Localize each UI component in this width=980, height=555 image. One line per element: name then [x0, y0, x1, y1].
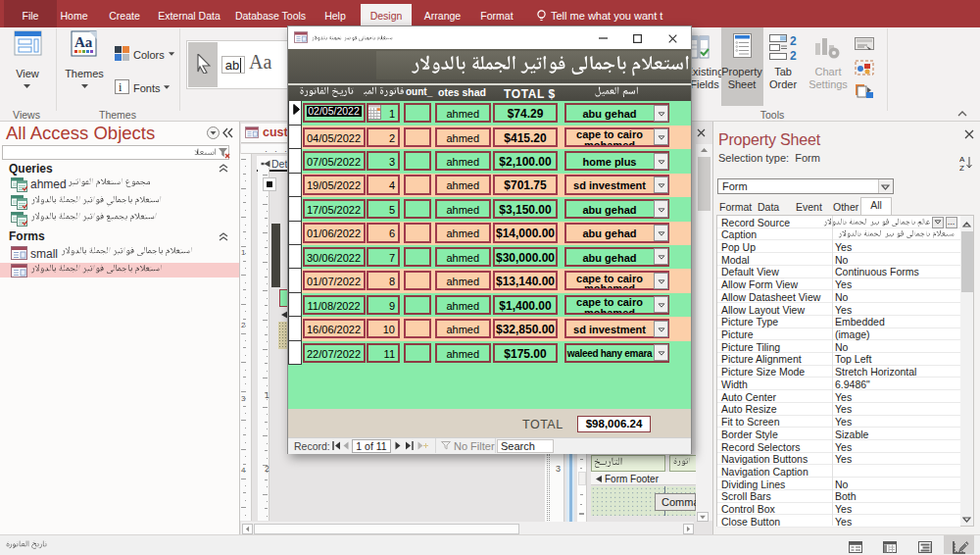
- svg-text:2: 2: [790, 49, 797, 61]
- svg-text:A: A: [959, 155, 965, 164]
- svg-text:Aa: Aa: [74, 34, 93, 50]
- svg-text:Z: Z: [959, 164, 964, 172]
- svg-text:2: 2: [790, 34, 797, 48]
